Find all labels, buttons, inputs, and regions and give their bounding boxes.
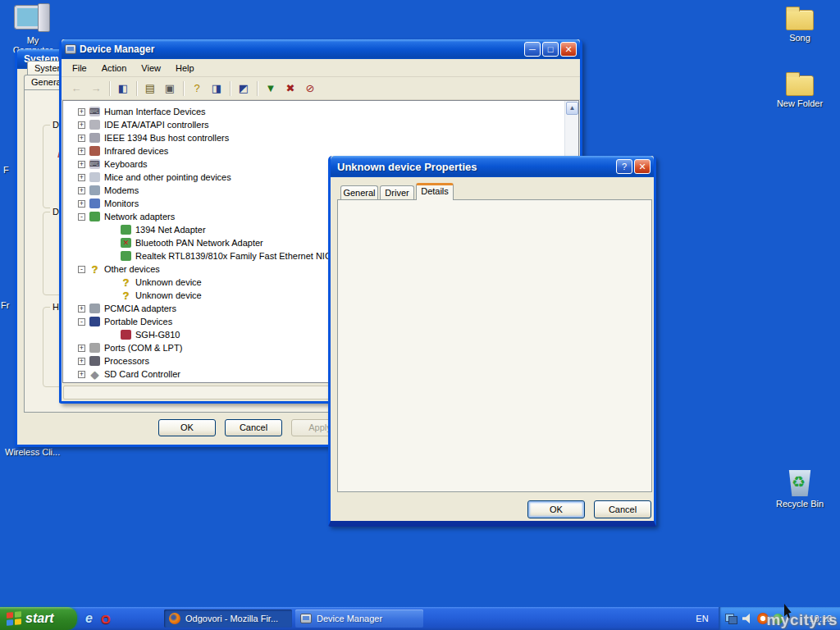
start-button[interactable]: start <box>0 607 77 630</box>
pcmcia-icon <box>89 304 100 313</box>
toolbar-separator <box>257 81 258 96</box>
menu-file[interactable]: File <box>65 61 94 75</box>
unknown-device-properties-dialog: Unknown device Properties ? ✕ General Dr… <box>328 156 656 527</box>
ports-icon <box>89 343 100 353</box>
keyboard-icon: ⌨ <box>89 159 100 169</box>
ieee1394-icon <box>89 133 100 143</box>
expand-toggle-icon[interactable]: - <box>78 213 85 221</box>
menu-help[interactable]: Help <box>168 61 202 75</box>
tree-item-label: Modems <box>104 185 139 195</box>
minimize-button[interactable]: ─ <box>524 42 541 57</box>
tree-item-label: Portable Devices <box>104 317 172 326</box>
close-icon[interactable]: ✕ <box>634 159 651 174</box>
tree-item[interactable]: +⌨Human Interface Devices <box>63 105 564 118</box>
tree-item-label: Realtek RTL8139/810x Family Fast Etherne… <box>135 251 331 261</box>
phone-icon <box>121 330 131 340</box>
help-icon[interactable]: ? <box>188 80 206 98</box>
help-button[interactable]: ? <box>616 159 632 174</box>
expand-toggle-icon[interactable]: + <box>78 187 85 194</box>
desktop-icon-my-computer[interactable]: My Computer <box>7 3 59 55</box>
tree-item[interactable]: +IEEE 1394 Bus host controllers <box>63 131 564 144</box>
expand-toggle-icon[interactable]: + <box>78 121 85 129</box>
expand-toggle-icon[interactable]: + <box>78 371 85 378</box>
desktop-icon-wireless-label[interactable]: Wireless Cli... <box>5 447 60 457</box>
mouse-icon <box>89 172 100 182</box>
expand-toggle-icon[interactable]: + <box>78 135 85 142</box>
tree-item-label: SGH-G810 <box>135 330 180 340</box>
tree-item[interactable]: +IDE ATA/ATAPI controllers <box>63 118 564 131</box>
tree-item-label: 1394 Net Adapter <box>135 225 206 235</box>
task-label: Odgovori - Mozilla Fir... <box>185 614 278 623</box>
tree-item-label: IDE ATA/ATAPI controllers <box>104 120 209 130</box>
menu-view[interactable]: View <box>134 61 168 75</box>
expand-toggle-icon[interactable]: + <box>78 148 85 155</box>
portable-icon <box>89 317 100 326</box>
action-pane-icon[interactable]: ◨ <box>208 80 226 98</box>
console-tree-icon[interactable]: ◧ <box>114 80 132 98</box>
ok-button[interactable]: OK <box>158 419 216 436</box>
desktop-icon-song[interactable]: Song <box>774 5 826 43</box>
expand-toggle-icon[interactable]: + <box>78 200 85 208</box>
tree-item-label: Infrared devices <box>104 146 168 156</box>
cancel-button[interactable]: Cancel <box>594 500 651 518</box>
question-icon: ? <box>121 290 131 300</box>
expand-toggle-icon[interactable]: + <box>78 174 85 181</box>
toolbar-separator <box>230 81 231 96</box>
folder-icon <box>786 75 814 96</box>
network-tray-icon[interactable] <box>725 614 737 624</box>
expand-toggle-icon[interactable]: + <box>78 161 85 168</box>
desktop-icon-new-folder[interactable]: New Folder <box>774 71 826 108</box>
tree-item-label: SD Card Controller <box>104 369 180 379</box>
expand-toggle-icon[interactable]: + <box>78 358 85 365</box>
print-icon[interactable]: ▣ <box>161 80 179 98</box>
tree-item-label: Human Interface Devices <box>104 107 206 116</box>
tree-item-label: Processors <box>104 356 149 366</box>
disable-icon[interactable]: ⊘ <box>301 80 319 98</box>
ok-button[interactable]: OK <box>527 500 585 518</box>
opera-icon[interactable]: O <box>101 612 111 626</box>
expand-toggle-icon[interactable]: + <box>78 108 85 116</box>
network-icon <box>121 251 131 261</box>
close-button[interactable]: ✕ <box>560 42 577 57</box>
forward-icon[interactable]: → <box>87 80 105 98</box>
device-manager-titlebar[interactable]: Device Manager ─ □ ✕ <box>62 39 580 59</box>
tab-details[interactable]: Details <box>416 183 454 200</box>
my-computer-icon <box>13 3 52 33</box>
volume-icon[interactable] <box>742 614 752 623</box>
network-icon <box>121 225 131 235</box>
uninstall-icon[interactable]: ✖ <box>281 80 299 98</box>
maximize-button[interactable]: □ <box>542 42 559 57</box>
expand-toggle-icon[interactable]: + <box>78 345 85 352</box>
scan-hardware-icon[interactable]: ◩ <box>235 80 253 98</box>
internet-explorer-icon[interactable]: e <box>85 611 93 626</box>
expand-toggle-icon[interactable]: - <box>78 318 85 326</box>
dialog-titlebar[interactable]: Unknown device Properties ? ✕ <box>331 156 654 177</box>
watermark: mycity.rs <box>766 611 838 629</box>
scroll-up-icon[interactable]: ▲ <box>566 102 578 115</box>
task-device-manager[interactable]: Device Manager <box>295 609 423 628</box>
desktop-icon-recycle-bin[interactable]: Recycle Bin <box>774 470 826 509</box>
network-icon <box>89 212 100 221</box>
recycle-bin-icon <box>788 470 812 496</box>
hid-icon: ⌨ <box>89 107 100 116</box>
properties-icon[interactable]: ▤ <box>141 80 159 98</box>
expand-toggle-icon[interactable]: - <box>78 266 85 273</box>
monitor-icon <box>89 199 100 208</box>
cancel-button[interactable]: Cancel <box>225 419 282 436</box>
tab-driver[interactable]: Driver <box>380 185 414 200</box>
task-firefox[interactable]: Odgovori - Mozilla Fir... <box>164 609 292 628</box>
menu-action[interactable]: Action <box>94 61 135 75</box>
folder-icon <box>786 10 814 30</box>
tree-item-label: Monitors <box>104 199 139 208</box>
device-manager-window-icon <box>65 44 76 54</box>
quick-launch: e O <box>85 611 111 626</box>
language-indicator[interactable]: EN <box>691 611 714 626</box>
tree-item-label: Unknown device <box>135 277 202 287</box>
tab-general[interactable]: General <box>340 185 378 200</box>
expand-toggle-icon[interactable]: + <box>78 305 85 313</box>
tree-item-label: PCMCIA adapters <box>104 304 176 313</box>
back-icon[interactable]: ← <box>67 80 85 98</box>
update-driver-icon[interactable]: ▼ <box>262 80 280 98</box>
computer-icon <box>300 614 312 623</box>
tree-item-label: Bluetooth PAN Network Adapter <box>135 238 263 248</box>
